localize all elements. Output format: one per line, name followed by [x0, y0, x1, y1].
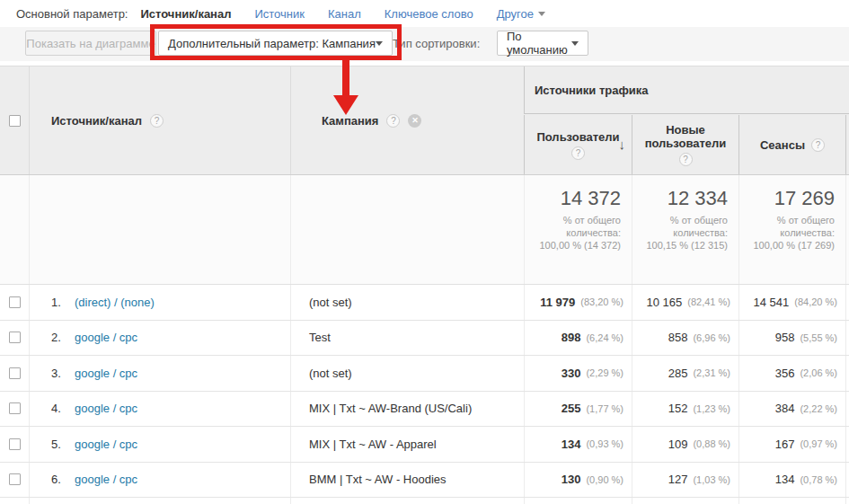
campaign-cell: (not set)	[290, 285, 524, 320]
header-checkbox-cell	[0, 66, 30, 174]
summary-users-share-label: % от общего количества:	[538, 214, 621, 239]
row-checkbox[interactable]	[9, 402, 21, 414]
help-icon[interactable]: ?	[150, 114, 164, 128]
campaign-cell: MIX | Txt ~ AW - Apparel	[290, 427, 524, 462]
tab-other-dropdown[interactable]: Другое	[497, 7, 545, 21]
summary-sessions-total: 17 269	[739, 187, 835, 210]
summary-new-users: 12 334 % от общего количества: 100,15 % …	[632, 175, 738, 284]
select-all-checkbox[interactable]	[9, 115, 21, 127]
summary-new-users-share-label: % от общего количества:	[645, 214, 728, 239]
secondary-dimension-dropdown[interactable]: Дополнительный параметр: Кампания	[158, 31, 393, 56]
campaign-column-label: Кампания	[322, 114, 378, 128]
new-users-percent: (0,88 %)	[693, 438, 730, 449]
users-value: 130	[562, 473, 581, 486]
sessions-value: 134	[775, 473, 795, 486]
column-edge	[845, 285, 849, 320]
help-icon[interactable]: ?	[386, 114, 400, 128]
new-users-percent: (2,31 %)	[693, 367, 730, 378]
column-header-source-medium[interactable]: Источник/канал ?	[30, 66, 290, 174]
tab-source[interactable]: Источник	[254, 7, 305, 21]
users-percent: (2,29 %)	[586, 367, 623, 378]
row-index: 5.	[51, 438, 75, 451]
users-cell: 330 (2,29 %)	[524, 356, 632, 391]
source-link[interactable]: google / cpc	[75, 473, 137, 486]
new-users-value: 152	[668, 402, 688, 415]
source-link[interactable]: google / cpc	[75, 438, 137, 451]
summary-new-users-share-value: 100,15 % (12 315)	[632, 239, 728, 252]
primary-dimension-label: Основной параметр:	[16, 7, 128, 21]
campaign-cell: MIX | Txt ~ AW-Brand (US/Cali)	[290, 392, 524, 427]
source-link[interactable]: google / cpc	[75, 402, 137, 415]
sessions-cell: 167 (0,97 %)	[738, 427, 845, 462]
campaign-cell: BMM | Txt ~ AW - Hoodies	[290, 463, 524, 498]
sessions-cell	[738, 498, 845, 504]
source-link[interactable]: google / cpc	[75, 331, 137, 344]
sessions-value: 356	[775, 367, 795, 380]
row-checkbox-cell	[0, 463, 30, 498]
summary-row: 14 372 % от общего количества: 100,00 % …	[0, 175, 849, 285]
row-index: 6.	[51, 473, 75, 486]
sessions-cell: 958 (5,55 %)	[738, 321, 845, 356]
help-icon[interactable]: ?	[679, 153, 693, 166]
table-body: 1. (direct) / (none) (not set) 11 979 (8…	[0, 285, 849, 504]
users-cell	[524, 498, 632, 504]
column-header-new-users[interactable]: Новые пользователи ?	[632, 115, 738, 174]
row-checkbox[interactable]	[9, 473, 21, 485]
row-checkbox-cell	[0, 427, 30, 462]
row-checkbox-cell	[0, 321, 30, 356]
sessions-cell: 384 (2,22 %)	[738, 392, 845, 427]
users-cell: 130 (0,90 %)	[524, 463, 632, 498]
tab-other-label: Другое	[497, 7, 534, 21]
plot-rows-button[interactable]: Показать на диаграмме	[25, 31, 156, 56]
column-header-sessions[interactable]: Сеансы ?	[738, 115, 845, 174]
new-users-value: 285	[668, 367, 688, 380]
new-users-cell: 858 (6,96 %)	[632, 321, 738, 356]
source-link[interactable]: google / cpc	[75, 367, 137, 380]
campaign-cell: (not set)	[290, 356, 524, 391]
sessions-percent: (0,78 %)	[800, 474, 837, 485]
column-edge	[845, 392, 849, 427]
column-header-users[interactable]: Пользователи ? ↓	[524, 115, 632, 174]
help-icon[interactable]: ?	[571, 146, 585, 160]
summary-sessions-share-label: % от общего количества:	[752, 214, 835, 239]
help-icon[interactable]: ?	[811, 138, 825, 152]
summary-sessions: 17 269 % от общего количества: 100,00 % …	[738, 175, 845, 284]
source-cell: 3. google / cpc	[30, 356, 290, 391]
sessions-value: 958	[775, 331, 795, 344]
remove-secondary-dimension-icon[interactable]: ✕	[408, 114, 421, 128]
source-cell: 1. (direct) / (none)	[30, 285, 290, 320]
row-checkbox[interactable]	[9, 367, 21, 379]
chevron-down-icon	[376, 41, 383, 46]
summary-users: 14 372 % от общего количества: 100,00 % …	[524, 175, 632, 284]
row-checkbox[interactable]	[9, 438, 21, 450]
row-index: 2.	[51, 331, 75, 344]
row-index: 1.	[51, 296, 75, 309]
tab-channel[interactable]: Канал	[328, 7, 361, 21]
row-checkbox[interactable]	[9, 296, 21, 308]
sessions-cell: 134 (0,78 %)	[738, 463, 845, 498]
table-row: 4. google / cpc MIX | Txt ~ AW-Brand (US…	[0, 392, 849, 428]
summary-sessions-share-value: 100,00 % (17 269)	[739, 239, 835, 252]
users-percent: (0,90 %)	[586, 474, 623, 485]
row-checkbox[interactable]	[9, 332, 21, 343]
sessions-value: 384	[775, 402, 795, 415]
new-users-cell: 10 165 (82,41 %)	[632, 285, 738, 320]
new-users-percent: (6,96 %)	[693, 332, 730, 343]
source-cell: 2. google / cpc	[30, 321, 290, 356]
source-link[interactable]: (direct) / (none)	[75, 296, 155, 309]
sort-type-dropdown[interactable]: По умолчанию	[497, 31, 588, 56]
summary-users-total: 14 372	[525, 187, 621, 210]
column-edge	[845, 427, 849, 462]
sessions-cell: 356 (2,06 %)	[738, 356, 845, 391]
table-row: 5. google / cpc MIX | Txt ~ AW - Apparel…	[0, 427, 849, 463]
chevron-down-icon	[538, 12, 545, 16]
tab-keyword[interactable]: Ключевое слово	[385, 7, 473, 21]
sessions-percent: (5,55 %)	[800, 332, 837, 343]
sort-type-label: Тип сортировки:	[393, 37, 480, 50]
toolbar: Показать на диаграмме Дополнительный пар…	[0, 27, 849, 61]
tab-source-medium-selected[interactable]: Источник/канал	[140, 7, 231, 21]
new-users-percent: (1,23 %)	[693, 403, 730, 414]
column-header-campaign[interactable]: Кампания ? ✕	[290, 66, 524, 174]
campaign-cell	[290, 498, 524, 504]
metrics-group-label: Источники трафика	[535, 84, 649, 97]
